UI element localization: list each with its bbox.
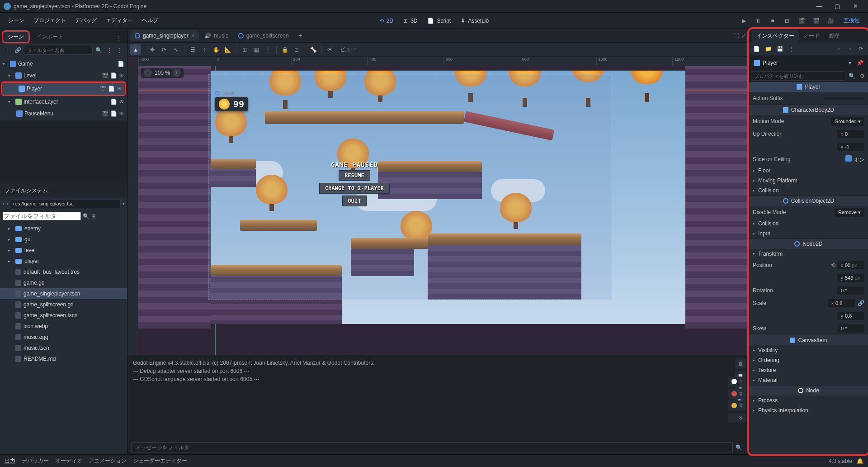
group-process[interactable]: ▸Process	[749, 396, 868, 405]
play-scene-button[interactable]: 🎬	[796, 15, 807, 26]
filter-options-icon[interactable]: ⚙	[859, 71, 866, 81]
inspected-node-selector[interactable]: Player ▾ 📌	[751, 56, 866, 70]
menu-scene[interactable]: シーン	[4, 14, 29, 27]
visibility-icon[interactable]: 👁	[117, 86, 122, 92]
link-scale-icon[interactable]: 🔗	[855, 300, 864, 306]
motion-mode-select[interactable]: Grounded ▾	[831, 117, 864, 126]
search-icon[interactable]: 🔍	[847, 71, 857, 81]
switch-2d[interactable]: ⟲ 2D	[375, 15, 398, 27]
maximize-button[interactable]: ▢	[828, 0, 846, 13]
fs-item-gui[interactable]: ▸gui	[0, 234, 127, 245]
close-button[interactable]: ✕	[846, 0, 864, 13]
group-moving-platform[interactable]: ▸Moving Platform	[749, 176, 868, 186]
close-tab-icon[interactable]: ×	[191, 32, 195, 39]
group-collision2[interactable]: ▸Collision	[749, 219, 868, 229]
rotation-field[interactable]: 0 °	[837, 286, 864, 295]
select-tool[interactable]: ▲	[130, 44, 141, 55]
nav-back-button[interactable]: ‹	[3, 200, 5, 207]
fs-item-default_bus_layout-tres[interactable]: default_bus_layout.tres	[0, 267, 127, 277]
new-resource-icon[interactable]: 📄	[752, 44, 761, 53]
notification-icon[interactable]: 🔔	[857, 458, 863, 464]
group-tool[interactable]: ⊡	[291, 44, 302, 55]
group-collision[interactable]: ▸Collision	[749, 186, 868, 195]
property-filter-input[interactable]	[751, 71, 845, 81]
instance-icon[interactable]: 🎬	[102, 110, 108, 117]
class-player[interactable]: Player	[805, 84, 820, 90]
link-button[interactable]: 🔗	[13, 45, 22, 55]
viewport[interactable]: -200020040060080010001200	[127, 57, 749, 355]
error-counter[interactable]: 1	[728, 376, 746, 387]
up-y-field[interactable]: y-1	[837, 143, 864, 151]
lock-tool[interactable]: 🔒	[279, 44, 290, 55]
warning-counter[interactable]: 0	[728, 389, 746, 399]
class-node2d[interactable]: Node2D	[802, 241, 822, 247]
tree-node-interfacelayer[interactable]: ▾ InterfaceLayer 📄👁	[0, 96, 127, 108]
pin-icon[interactable]: 📌	[854, 60, 863, 66]
fs-item-music-ogg[interactable]: music.ogg	[0, 332, 127, 343]
renderer-label[interactable]: 互換性	[839, 14, 864, 27]
switch-3d[interactable]: ⊞ 3D	[399, 15, 422, 27]
fs-item-player[interactable]: ▸player	[0, 256, 127, 267]
tree-node-pausemenu[interactable]: PauseMenu 🎬📄👁	[0, 108, 127, 119]
instance-icon[interactable]: 🎬	[102, 72, 108, 79]
zoom-value[interactable]: 100 %	[155, 70, 170, 76]
group-floor[interactable]: ▸Floor	[749, 166, 868, 176]
visibility-icon[interactable]: 👁	[119, 99, 124, 105]
group-input[interactable]: ▸Input	[749, 229, 868, 238]
bone-tool[interactable]: 🦴	[308, 44, 319, 55]
tab-history[interactable]: 履歴	[824, 29, 844, 43]
script-icon[interactable]: 📄	[108, 86, 115, 92]
path-field[interactable]: res://game_singleplayer.tsc	[10, 199, 121, 208]
snap-toggle[interactable]: ⊞	[239, 44, 250, 55]
group-material[interactable]: ▸Material	[749, 375, 868, 385]
scene-tab-1[interactable]: 🔊 music	[200, 31, 232, 41]
group-texture[interactable]: ▸Texture	[749, 365, 868, 375]
scene-tab-2[interactable]: game_splitscreen	[234, 31, 293, 41]
menu-editor[interactable]: エディター	[101, 14, 137, 27]
action-suffix-field[interactable]	[824, 97, 864, 100]
tree-options-icon[interactable]: ⋮	[105, 45, 113, 55]
visibility-tool[interactable]: 👁	[325, 44, 335, 55]
add-scene-tab[interactable]: +	[294, 31, 307, 41]
scene-tab-0[interactable]: game_singleplayer ×	[130, 30, 199, 41]
extra-options-icon[interactable]: ⋮	[787, 44, 796, 53]
script-icon[interactable]: 📄	[110, 99, 117, 105]
tree-node-game[interactable]: ▾ Game 📄	[0, 58, 127, 70]
script-icon[interactable]: 📄	[118, 61, 124, 67]
zoom-out-button[interactable]: −	[144, 69, 152, 77]
slide-checkbox[interactable]: オン	[845, 155, 864, 164]
revert-icon[interactable]: ⟲	[831, 262, 835, 268]
menu-debug[interactable]: デバッグ	[71, 14, 101, 27]
nav-fwd-button[interactable]: ›	[6, 200, 8, 207]
history-fwd-icon[interactable]: ›	[845, 44, 854, 53]
class-characterbody2d[interactable]: CharacterBody2D	[791, 107, 834, 113]
instance-icon[interactable]: 🎬	[99, 86, 106, 92]
expand-icon[interactable]: ⤢	[741, 33, 746, 39]
tab-node[interactable]: ノード	[799, 29, 824, 43]
play-custom-button[interactable]: 🎬	[810, 15, 822, 26]
tab-audio[interactable]: オーディオ	[55, 457, 82, 465]
minimize-button[interactable]: —	[810, 0, 828, 13]
snap-options[interactable]: ⋮	[263, 44, 274, 55]
fs-item-game_singleplayer-tscn[interactable]: game_singleplayer.tscn	[0, 288, 127, 299]
group-ordering[interactable]: ▸Ordering	[749, 355, 868, 365]
remote-button[interactable]: ⊡	[781, 15, 793, 26]
group-transform[interactable]: ▾Transform	[749, 249, 868, 259]
rotate-tool[interactable]: ⟳	[159, 44, 170, 55]
class-collisionobject2d[interactable]: CollisionObject2D	[791, 198, 834, 204]
tab-animation[interactable]: アニメーション	[89, 457, 127, 465]
up-x-field[interactable]: x0	[837, 130, 864, 138]
script-icon[interactable]: 📄	[110, 110, 117, 117]
distraction-free-icon[interactable]: ⛶	[733, 33, 739, 39]
fs-item-game_splitscreen-gd[interactable]: game_splitscreen.gd	[0, 299, 127, 310]
tab-output[interactable]: 出力	[5, 457, 15, 465]
class-node[interactable]: Node	[806, 387, 819, 394]
scale-y-field[interactable]: y0.8	[837, 312, 864, 320]
fs-item-icon-webp[interactable]: icon.webp	[0, 321, 127, 332]
fs-item-music-tscn[interactable]: music.tscn	[0, 343, 127, 353]
play-button[interactable]: ▶	[738, 15, 750, 26]
group-visibility[interactable]: ▸Visibility	[749, 345, 868, 355]
more-options-icon[interactable]: ⋮	[116, 45, 124, 55]
pos-x-field[interactable]: x90 px	[837, 261, 864, 269]
skew-field[interactable]: 0 °	[837, 324, 864, 333]
